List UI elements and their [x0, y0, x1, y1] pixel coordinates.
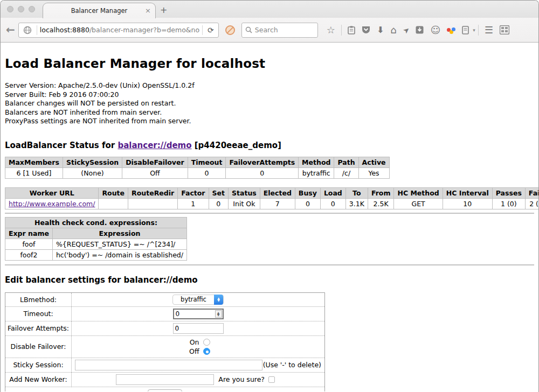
col-passes: Passes	[492, 187, 525, 198]
table-row: foof %{REQUEST_STATUS} =~ /^[234]/	[5, 239, 187, 249]
search-input[interactable]	[255, 26, 309, 34]
are-you-sure-checkbox[interactable]	[268, 376, 275, 383]
balancer-link[interactable]: balancer://demo	[118, 141, 191, 150]
apps-grid-icon[interactable]	[500, 25, 509, 34]
cell-route	[99, 198, 128, 209]
col-fails: Fails	[525, 187, 538, 198]
new-tab-button[interactable]: +	[160, 5, 167, 15]
reload-icon[interactable]: ⟳	[205, 26, 216, 34]
health-table-title: Health check cond. expressions:	[5, 217, 187, 228]
color-dots-icon[interactable]	[447, 26, 455, 34]
url-separator	[37, 25, 37, 35]
cell-expression: %{REQUEST_STATUS} =~ /^[234]/	[52, 239, 186, 249]
toolbar-icons: ☆ ⬇ ⌂ ➤	[323, 25, 513, 36]
cell-busy: 0	[295, 198, 320, 209]
cell-status: Init Ok	[229, 198, 260, 209]
sticky-session-input[interactable]	[75, 360, 262, 370]
close-window-button[interactable]	[7, 6, 13, 12]
form-row-timeout: Timeout: ▲▼	[5, 306, 325, 321]
health-check-table: Health check cond. expressions: Expr nam…	[5, 217, 187, 261]
lbmethod-select[interactable]: bytraffic ▲▼	[172, 295, 224, 305]
notice-balancers: Balancers are NOT inherited from main se…	[5, 108, 534, 117]
col-elected: Elected	[260, 187, 295, 198]
zoom-window-button[interactable]	[29, 6, 35, 12]
divider	[5, 264, 534, 265]
table-row: foof2 hc('body') =~ /domain is establish…	[5, 249, 187, 260]
sticky-session-hint: (Use '-' to delete)	[263, 361, 322, 369]
radio-on[interactable]	[203, 339, 210, 346]
add-worker-cell: Are you sure?	[72, 372, 325, 387]
cell-passes: 1 (0)	[492, 198, 525, 209]
col-timeout: Timeout	[188, 157, 226, 167]
add-worker-input[interactable]	[116, 374, 214, 385]
blocked-content-icon[interactable]	[225, 25, 235, 35]
menu-icon[interactable]: ☰	[485, 25, 493, 35]
navigation-bar: ← localhost:8880/balancer-manager?b=demo…	[1, 18, 538, 43]
sticky-session-cell: (Use '-' to delete)	[72, 358, 325, 372]
balancer-settings-form: LBmethod: bytraffic ▲▼ Timeout: ▲▼	[5, 292, 325, 392]
status-heading: LoadBalancer Status for balancer://demo …	[5, 141, 534, 150]
col-path: Path	[334, 157, 358, 167]
sticky-session-label: Sticky Session:	[5, 358, 72, 372]
col-failoverattempts: FailoverAttempts	[226, 157, 299, 167]
tab-balancer-manager[interactable]: Balancer Manager ×	[43, 3, 156, 18]
send-icon[interactable]: ➤	[402, 25, 411, 34]
col-stickysession: StickySession	[63, 157, 122, 167]
worker-table: Worker URL Route RouteRedir Factor Set S…	[5, 187, 538, 209]
submit-button[interactable]: Submit	[148, 389, 183, 392]
form-row-lbmethod: LBmethod: bytraffic ▲▼	[5, 292, 325, 306]
tab-close-icon[interactable]: ×	[145, 6, 151, 15]
divider	[5, 213, 534, 214]
lbmethod-label: LBmethod:	[5, 292, 72, 306]
edit-settings-heading: Edit balancer settings for balancer://de…	[5, 275, 534, 285]
status-prefix: LoadBalancer Status for	[5, 141, 118, 150]
back-icon[interactable]: ←	[4, 23, 18, 37]
home-icon[interactable]: ⌂	[390, 25, 396, 35]
form-row-add-worker: Add New Worker: Are you sure?	[5, 372, 325, 387]
worker-url-link[interactable]: http://www.example.com/	[9, 200, 95, 208]
table-header-row: Expr name Expression	[5, 228, 187, 239]
col-disablefailover: DisableFailover	[122, 157, 188, 167]
cell-timeout: 0	[188, 167, 226, 178]
select-stepper-icon: ▲▼	[214, 295, 223, 305]
cell-failoverattempts: 0	[226, 167, 299, 178]
cell-path: /c/	[334, 167, 358, 178]
number-spinner-icon[interactable]: ▲▼	[215, 310, 222, 318]
col-set: Set	[209, 187, 228, 198]
notes-icon[interactable]	[462, 26, 469, 34]
cell-routeredir	[128, 198, 178, 209]
col-to: To	[345, 187, 368, 198]
clipboard-icon[interactable]	[348, 26, 355, 34]
radio-off[interactable]	[203, 348, 210, 355]
pocket-icon[interactable]	[362, 26, 370, 34]
cell-method: bytraffic	[299, 167, 334, 178]
url-path: /balancer-manager?b=demo&nonce=decc37be-…	[89, 26, 199, 34]
col-active: Active	[358, 157, 389, 167]
table-title-row: Health check cond. expressions:	[5, 217, 187, 228]
balancer-status-table: MaxMembers StickySession DisableFailover…	[5, 157, 390, 179]
cell-to: 3.1K	[345, 198, 368, 209]
page-title: Load Balancer Manager for localhost	[5, 57, 534, 71]
minimize-window-button[interactable]	[18, 6, 24, 12]
col-load: Load	[320, 187, 345, 198]
col-hc-method: HC Method	[394, 187, 443, 198]
downloads-icon[interactable]: ⬇	[377, 26, 384, 34]
server-built: Server Built: Feb 9 2016 07:00:20	[5, 90, 534, 100]
add-worker-label: Add New Worker:	[5, 372, 72, 387]
failover-attempts-input[interactable]	[173, 323, 224, 334]
globe-icon	[23, 26, 32, 34]
url-bar[interactable]: localhost:8880/balancer-manager?b=demo&n…	[18, 23, 219, 38]
col-expression: Expression	[52, 228, 186, 239]
smiley-icon[interactable]: ☺	[430, 25, 440, 35]
chevron-down-icon[interactable]: ▾	[473, 27, 475, 33]
url-text[interactable]: localhost:8880/balancer-manager?b=demo&n…	[40, 26, 199, 34]
notice-persist: Balancer changes will NOT be persisted o…	[5, 99, 534, 108]
radio-off-label: Off	[186, 347, 199, 356]
cell-active: Yes	[358, 167, 389, 178]
cell-load: 0	[320, 198, 345, 209]
col-method: Method	[299, 157, 334, 167]
bookmark-star-icon[interactable]: ☆	[327, 25, 335, 35]
failover-attempts-label: Failover Attempts:	[5, 321, 72, 335]
search-bar[interactable]	[241, 23, 318, 38]
save-to-device-icon[interactable]	[416, 26, 424, 34]
